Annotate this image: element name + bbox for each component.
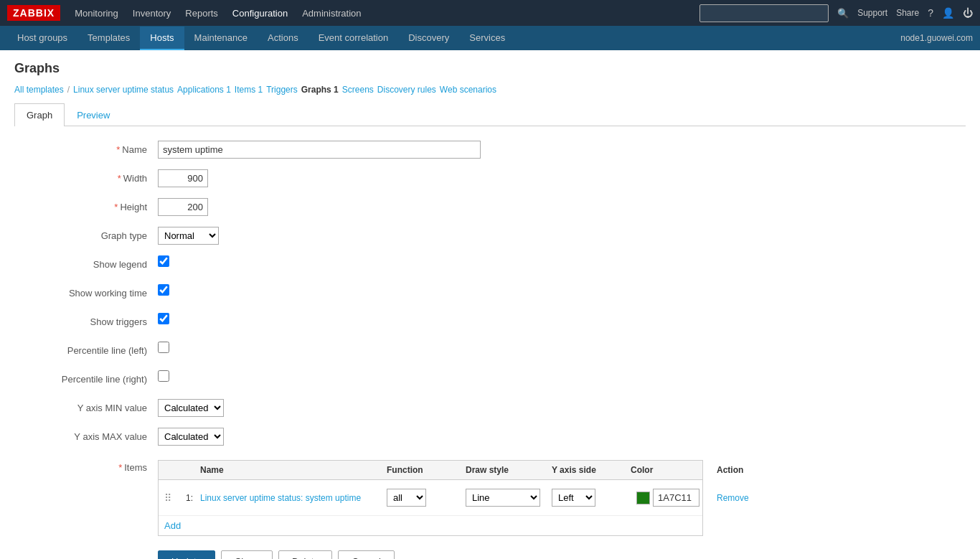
items-label: Items bbox=[14, 456, 158, 473]
cancel-button[interactable]: Cancel bbox=[338, 550, 394, 559]
breadcrumb-applications[interactable]: Applications 1 bbox=[177, 85, 231, 95]
color-swatch[interactable] bbox=[636, 492, 650, 504]
breadcrumb-triggers[interactable]: Triggers bbox=[266, 85, 298, 95]
nav-event-correlation[interactable]: Event correlation bbox=[308, 27, 399, 50]
row-name: Linux server uptime status: system uptim… bbox=[194, 489, 381, 507]
show-working-time-checkbox[interactable] bbox=[158, 284, 169, 296]
nav-configuration[interactable]: Configuration bbox=[232, 8, 288, 19]
clone-button[interactable]: Clone bbox=[221, 550, 273, 559]
row-color bbox=[625, 480, 711, 515]
draw-style-select[interactable]: Line Filled region Bold line Dot Dashed … bbox=[466, 489, 540, 507]
breadcrumb-items[interactable]: Items 1 bbox=[235, 85, 263, 95]
row-action: Remove bbox=[711, 489, 768, 507]
header-color: Color bbox=[625, 461, 711, 479]
y-axis-max-select[interactable]: Calculated Fixed Item bbox=[158, 428, 224, 446]
show-triggers-field bbox=[158, 313, 966, 324]
graph-type-label: Graph type bbox=[14, 227, 158, 241]
nav-maintenance[interactable]: Maintenance bbox=[184, 27, 258, 50]
y-axis-min-row: Y axis MIN value Calculated Fixed Item bbox=[14, 399, 966, 419]
show-legend-checkbox[interactable] bbox=[158, 255, 169, 267]
update-button[interactable]: Update bbox=[158, 550, 215, 559]
width-field bbox=[158, 169, 966, 187]
y-axis-min-label: Y axis MIN value bbox=[14, 399, 158, 413]
name-label: Name bbox=[14, 141, 158, 155]
color-input[interactable] bbox=[653, 489, 699, 507]
nav-administration[interactable]: Administration bbox=[302, 8, 361, 19]
table-row: ⠿ 1: Linux server uptime status: system … bbox=[159, 480, 702, 516]
items-table: Name Function Draw style Y axis side Col… bbox=[158, 460, 703, 536]
percentile-right-row: Percentile line (right) bbox=[14, 370, 966, 390]
height-field bbox=[158, 198, 966, 216]
nav-reports[interactable]: Reports bbox=[185, 8, 218, 19]
page-title: Graphs bbox=[14, 61, 966, 76]
show-working-time-label: Show working time bbox=[14, 284, 158, 299]
items-table-header: Name Function Draw style Y axis side Col… bbox=[159, 461, 702, 480]
remove-link[interactable]: Remove bbox=[717, 493, 749, 503]
add-item-link[interactable]: Add bbox=[159, 516, 187, 535]
height-label: Height bbox=[14, 198, 158, 212]
nav-templates[interactable]: Templates bbox=[77, 27, 140, 50]
breadcrumb-screens[interactable]: Screens bbox=[342, 85, 374, 95]
name-field bbox=[158, 141, 966, 159]
drag-handle[interactable]: ⠿ bbox=[159, 488, 180, 508]
nav-host-groups[interactable]: Host groups bbox=[7, 27, 77, 50]
show-triggers-row: Show triggers bbox=[14, 313, 966, 333]
items-row: Items Name Function Draw style Y axis si… bbox=[14, 456, 966, 536]
breadcrumb-graphs[interactable]: Graphs 1 bbox=[301, 85, 339, 95]
item-name-link[interactable]: Linux server uptime status: system uptim… bbox=[200, 493, 361, 503]
percentile-left-row: Percentile line (left) bbox=[14, 342, 966, 362]
percentile-right-field bbox=[158, 370, 966, 382]
power-icon[interactable]: ⏻ bbox=[963, 7, 973, 19]
user-icon[interactable]: 👤 bbox=[942, 7, 954, 19]
search-input[interactable] bbox=[699, 4, 829, 22]
show-legend-row: Show legend bbox=[14, 255, 966, 276]
help-icon[interactable]: ? bbox=[928, 7, 933, 19]
percentile-left-checkbox[interactable] bbox=[158, 342, 169, 353]
second-nav-links: Host groups Templates Hosts Maintenance … bbox=[7, 27, 515, 50]
width-input[interactable] bbox=[158, 169, 208, 187]
tab-graph[interactable]: Graph bbox=[14, 103, 65, 126]
graph-type-field: Normal Stacked Pie Exploded bbox=[158, 227, 966, 245]
search-icon: 🔍 bbox=[837, 8, 849, 19]
nav-discovery[interactable]: Discovery bbox=[398, 27, 459, 50]
name-input[interactable] bbox=[158, 141, 481, 159]
y-axis-side-select[interactable]: Left Right bbox=[552, 489, 595, 507]
show-working-time-row: Show working time bbox=[14, 284, 966, 304]
support-link[interactable]: Support bbox=[857, 8, 887, 18]
header-draw-style: Draw style bbox=[460, 461, 546, 479]
row-y-axis-side: Left Right bbox=[546, 484, 625, 511]
graph-type-row: Graph type Normal Stacked Pie Exploded bbox=[14, 227, 966, 247]
row-function: all min max avg bbox=[381, 484, 460, 511]
breadcrumb: All templates / Linux server uptime stat… bbox=[14, 85, 966, 95]
graph-form: Name Width Height Graph type Normal bbox=[14, 141, 966, 559]
tab-preview[interactable]: Preview bbox=[65, 103, 122, 126]
nav-hosts[interactable]: Hosts bbox=[140, 27, 184, 50]
row-num: 1: bbox=[180, 489, 194, 507]
show-legend-field bbox=[158, 255, 966, 267]
delete-button[interactable]: Delete bbox=[278, 550, 333, 559]
y-axis-max-field: Calculated Fixed Item bbox=[158, 428, 966, 446]
share-link[interactable]: Share bbox=[896, 8, 919, 18]
height-input[interactable] bbox=[158, 198, 208, 216]
percentile-left-field bbox=[158, 342, 966, 353]
nav-services[interactable]: Services bbox=[459, 27, 515, 50]
percentile-right-checkbox[interactable] bbox=[158, 370, 169, 382]
breadcrumb-separator: / bbox=[67, 85, 70, 95]
breadcrumb-web-scenarios[interactable]: Web scenarios bbox=[440, 85, 496, 95]
show-triggers-checkbox[interactable] bbox=[158, 313, 169, 324]
width-label: Width bbox=[14, 169, 158, 184]
breadcrumb-discovery-rules[interactable]: Discovery rules bbox=[377, 85, 436, 95]
function-select[interactable]: all min max avg bbox=[387, 489, 426, 507]
items-section: Name Function Draw style Y axis side Col… bbox=[158, 460, 966, 536]
name-row: Name bbox=[14, 141, 966, 161]
nav-monitoring[interactable]: Monitoring bbox=[75, 8, 118, 19]
width-row: Width bbox=[14, 169, 966, 189]
y-axis-min-select[interactable]: Calculated Fixed Item bbox=[158, 399, 224, 417]
nav-inventory[interactable]: Inventory bbox=[133, 8, 171, 19]
graph-type-select[interactable]: Normal Stacked Pie Exploded bbox=[158, 227, 219, 245]
nav-actions[interactable]: Actions bbox=[258, 27, 308, 50]
header-name: Name bbox=[194, 461, 381, 479]
height-row: Height bbox=[14, 198, 966, 218]
breadcrumb-all-templates[interactable]: All templates bbox=[14, 85, 64, 95]
breadcrumb-current-template[interactable]: Linux server uptime status bbox=[73, 85, 174, 95]
